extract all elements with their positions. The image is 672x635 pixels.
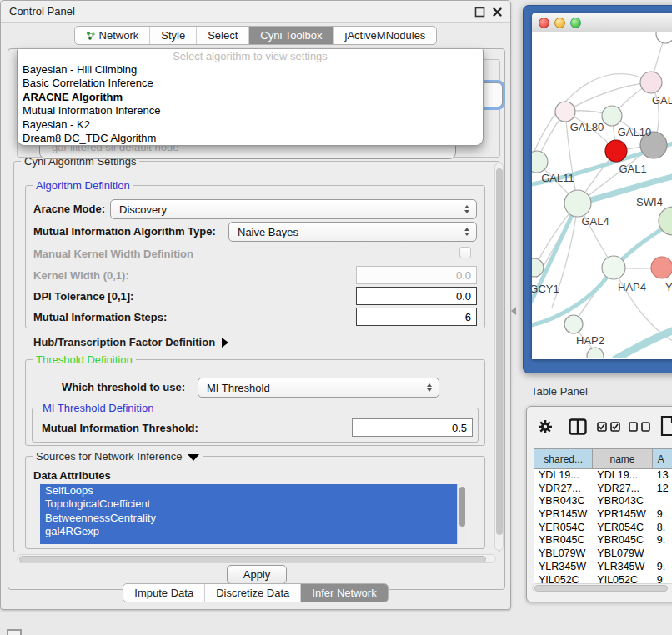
algorithm-option-selected[interactable]: ARACNE Algorithm: [18, 91, 483, 104]
zoom-traffic-light-icon[interactable]: [570, 18, 581, 28]
algorithm-option[interactable]: Mutual Information Inference: [18, 104, 483, 118]
mi-threshold-value: 0.5: [452, 422, 467, 434]
gear-icon[interactable]: [537, 418, 554, 435]
settings-vertical-scrollbar[interactable]: [494, 162, 504, 551]
table-cell: YER054C: [534, 522, 593, 535]
table-cell: 9.: [653, 561, 672, 574]
kernel-width-field[interactable]: 0.0: [356, 266, 477, 284]
tab-style-label: Style: [161, 29, 185, 42]
table-cell: 13: [653, 469, 672, 482]
hub-definition-label: Hub/Transcription Factor Definition: [33, 336, 215, 348]
data-attributes-list[interactable]: SelfLoops TopologicalCoefficient Between…: [40, 484, 457, 544]
network-node-hap2[interactable]: [564, 315, 583, 333]
column-header-partial[interactable]: A: [653, 449, 672, 468]
network-node-gal10[interactable]: [602, 106, 622, 126]
table-row[interactable]: YDR27...YDR27...12: [534, 482, 672, 496]
network-canvas[interactable]: GAL GAL80 GAL10 GAL1 GAL11 SWI4 GAL4 GCY…: [532, 32, 672, 358]
float-window-icon[interactable]: [474, 7, 485, 18]
mi-threshold-definition-title: MI Threshold Definition: [39, 402, 157, 414]
table-row[interactable]: YPR145WYPR145W9.: [534, 508, 672, 522]
close-traffic-light-icon[interactable]: [539, 18, 549, 28]
table-cell: YBR043C: [534, 495, 593, 508]
unchecked-boxes-icon[interactable]: [629, 422, 652, 432]
table-row[interactable]: YER054CYER054C8.: [534, 522, 672, 535]
mi-type-value: Naive Bayes: [238, 226, 460, 238]
network-node-gal1[interactable]: [605, 140, 627, 162]
hub-definition-expander[interactable]: Hub/Transcription Factor Definition: [33, 336, 228, 348]
algorithm-option[interactable]: Bayesian - Hill Climbing: [18, 63, 483, 77]
table-toolbar: [527, 407, 672, 445]
table-row[interactable]: YDL19...YDL19...13: [534, 469, 672, 482]
aracne-mode-combo[interactable]: Discovery: [110, 199, 477, 219]
threshold-definition-title: Threshold Definition: [33, 353, 136, 366]
table-cell: YER054C: [593, 522, 652, 535]
expand-right-icon: [222, 338, 228, 348]
control-panel-window: Control Panel Network Style Select Cyni …: [0, 0, 511, 610]
tab-style[interactable]: Style: [149, 27, 196, 44]
column-header-shared-name[interactable]: shared...: [534, 449, 593, 468]
attribute-item[interactable]: gal4RGexp: [40, 525, 457, 538]
attributes-scrollbar[interactable]: [457, 484, 466, 544]
attribute-item[interactable]: SelfLoops: [40, 484, 457, 498]
network-node-gal[interactable]: [640, 72, 662, 93]
settings-horizontal-scrollbar[interactable]: [17, 554, 496, 563]
table-row[interactable]: YLR345WYLR345W9.: [534, 561, 672, 574]
table-row[interactable]: YBR045CYBR045C9.: [534, 534, 672, 548]
attribute-item[interactable]: TopologicalCoefficient: [40, 498, 457, 511]
network-node-hap4[interactable]: [602, 256, 625, 279]
network-node-gal11[interactable]: [532, 151, 548, 172]
tab-network[interactable]: Network: [75, 27, 150, 44]
algorithm-option[interactable]: Basic Correlation Inference: [18, 77, 483, 90]
table-cell: YDL19...: [534, 469, 593, 482]
close-icon[interactable]: [492, 7, 503, 18]
tab-jactivemnodules[interactable]: jActiveMNodules: [333, 27, 437, 44]
algorithm-option[interactable]: Dream8 DC_TDC Algorithm: [18, 132, 483, 145]
which-threshold-combo[interactable]: MI Threshold: [198, 378, 439, 398]
algorithm-dropdown-popup: Select algorithm to view settings Bayesi…: [17, 49, 484, 146]
network-view-window: GAL GAL80 GAL10 GAL1 GAL11 SWI4 GAL4 GCY…: [532, 12, 672, 359]
tab-select-label: Select: [208, 29, 238, 42]
control-panel-tabbar: Network Style Select Cyni Toolbox jActiv…: [1, 26, 510, 45]
manual-kernel-checkbox[interactable]: [459, 247, 471, 258]
minimize-traffic-light-icon[interactable]: [554, 18, 565, 28]
mi-type-label: Mutual Information Algorithm Type:: [33, 225, 216, 238]
tab-select[interactable]: Select: [196, 27, 248, 44]
table-cell: YBL079W: [534, 548, 593, 561]
tab-impute-data[interactable]: Impute Data: [123, 584, 204, 602]
attribute-item[interactable]: BetweennessCentrality: [40, 512, 457, 525]
network-view-titlebar[interactable]: [532, 12, 672, 32]
table-row[interactable]: YBL079WYBL079W: [534, 548, 672, 561]
apply-button[interactable]: Apply: [227, 565, 287, 584]
mi-type-combo[interactable]: Naive Bayes: [228, 222, 477, 242]
tab-infer-network[interactable]: Infer Network: [300, 584, 387, 602]
export-table-icon[interactable]: [660, 415, 672, 437]
tab-cyni-toolbox[interactable]: Cyni Toolbox: [248, 27, 333, 44]
table-horizontal-scrollbar[interactable]: [532, 583, 672, 592]
dpi-tolerance-label: DPI Tolerance [0,1]:: [33, 290, 133, 302]
tab-infer-network-label: Infer Network: [312, 587, 376, 599]
network-icon: [86, 31, 96, 41]
checked-boxes-icon[interactable]: [597, 422, 622, 432]
mi-steps-field[interactable]: 6: [356, 308, 477, 326]
split-columns-icon[interactable]: [569, 418, 587, 435]
mi-threshold-field[interactable]: 0.5: [352, 418, 473, 437]
dpi-tolerance-field[interactable]: 0.0: [356, 287, 477, 305]
table-row[interactable]: YBR043CYBR043C: [534, 495, 672, 508]
network-node-top[interactable]: [656, 32, 672, 43]
sources-title[interactable]: Sources for Network Inference: [33, 450, 203, 462]
network-node-y[interactable]: [651, 257, 672, 278]
minimized-panel-button[interactable]: [7, 629, 22, 635]
split-pane-collapse-icon[interactable]: [511, 307, 516, 315]
algorithm-option[interactable]: Bayesian - K2: [18, 118, 483, 132]
tab-impute-data-label: Impute Data: [134, 587, 193, 599]
tab-discretize-data[interactable]: Discretize Data: [204, 584, 300, 602]
network-node-bottom[interactable]: [587, 348, 604, 358]
sources-title-label: Sources for Network Inference: [36, 450, 183, 462]
network-node-gcy1[interactable]: [532, 258, 544, 277]
data-attributes-label: Data Attributes: [33, 469, 111, 482]
network-node-gal80[interactable]: [555, 102, 575, 122]
node-label: GAL80: [570, 121, 604, 133]
table-cell: [653, 548, 672, 561]
column-header-name[interactable]: name: [593, 449, 652, 468]
network-node-gal4[interactable]: [564, 190, 591, 217]
